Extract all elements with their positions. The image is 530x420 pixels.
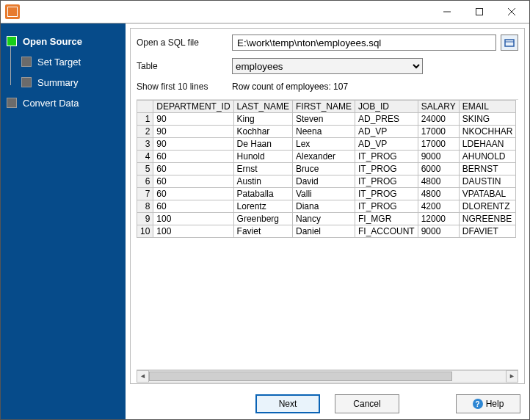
scroll-right-icon[interactable]: ► <box>506 370 518 383</box>
cell: FI_ACCOUNT <box>355 225 418 238</box>
step-status-icon <box>21 77 32 87</box>
step-label: Summary <box>37 77 79 88</box>
open-sql-label: Open a SQL file <box>137 37 232 48</box>
table-row[interactable]: 290KochharNeenaAD_VP17000NKOCHHAR <box>137 126 516 138</box>
cell: Lorentz <box>233 200 292 213</box>
column-header[interactable]: JOB_ID <box>355 101 418 113</box>
column-header[interactable]: LAST_NAME <box>233 101 292 113</box>
sidebar-step-open-source[interactable]: Open Source <box>1 31 126 51</box>
cell: IT_PROG <box>355 163 418 175</box>
cell: AHUNOLD <box>459 151 516 163</box>
table-row[interactable]: 460HunoldAlexanderIT_PROG9000AHUNOLD <box>137 151 516 163</box>
close-icon <box>508 8 515 15</box>
table-row[interactable]: 860LorentzDianaIT_PROG4200DLORENTZ <box>137 200 516 213</box>
cell: Diana <box>292 200 355 213</box>
table-row[interactable]: 190KingStevenAD_PRES24000SKING <box>137 113 516 126</box>
table-label: Table <box>137 61 232 71</box>
cell: 6000 <box>418 163 459 175</box>
show-first-label: Show first 10 lines <box>137 82 232 92</box>
column-header[interactable]: SALARY <box>418 101 459 113</box>
cell: NKOCHHAR <box>459 126 516 138</box>
cell: 24000 <box>418 113 459 126</box>
cell: 60 <box>153 163 233 175</box>
scroll-track[interactable] <box>149 370 506 383</box>
cell: 4800 <box>418 175 459 188</box>
svg-rect-4 <box>505 40 514 46</box>
cell: Bruce <box>292 163 355 175</box>
wizard-sidebar: Open SourceSet TargetSummaryConvert Data <box>1 23 126 419</box>
column-header[interactable]: FIRST_NAME <box>292 101 355 113</box>
cell: NGREENBE <box>459 213 516 225</box>
sidebar-step-set-target[interactable]: Set Target <box>1 51 126 72</box>
column-header[interactable]: DEPARTMENT_ID <box>153 101 233 113</box>
row-number-header <box>137 101 153 113</box>
cell: Greenberg <box>233 213 292 225</box>
cell: 60 <box>153 151 233 163</box>
cell: IT_PROG <box>355 175 418 188</box>
cell: IT_PROG <box>355 188 418 200</box>
table-row[interactable]: 390De HaanLexAD_VP17000LDEHAAN <box>137 138 516 151</box>
minimize-icon <box>443 8 451 15</box>
scroll-thumb[interactable] <box>149 372 452 381</box>
browse-icon <box>504 37 515 48</box>
cell: 12000 <box>418 213 459 225</box>
cell: Alexander <box>292 151 355 163</box>
cell: 90 <box>153 126 233 138</box>
cell: 90 <box>153 138 233 151</box>
titlebar <box>1 1 529 23</box>
cell: AD_VP <box>355 126 418 138</box>
cell: Nancy <box>292 213 355 225</box>
close-button[interactable] <box>495 1 528 22</box>
cell: De Haan <box>233 138 292 151</box>
cancel-button[interactable]: Cancel <box>335 394 399 413</box>
help-label: Help <box>486 399 504 409</box>
scroll-left-icon[interactable]: ◄ <box>137 370 149 383</box>
cell: FI_MGR <box>355 213 418 225</box>
cell: Pataballa <box>233 188 292 200</box>
help-button[interactable]: ? Help <box>456 394 520 413</box>
table-row[interactable]: 10100FavietDanielFI_ACCOUNT9000DFAVIET <box>137 225 516 238</box>
content-panel: Open a SQL file Table employees <box>130 28 525 384</box>
row-number: 8 <box>137 200 153 213</box>
cell: David <box>292 175 355 188</box>
app-icon <box>5 4 20 19</box>
minimize-button[interactable] <box>431 1 463 22</box>
data-table: DEPARTMENT_IDLAST_NAMEFIRST_NAMEJOB_IDSA… <box>137 100 516 238</box>
maximize-button[interactable] <box>463 1 495 22</box>
cell: AD_VP <box>355 138 418 151</box>
row-number: 7 <box>137 188 153 200</box>
step-status-icon <box>21 57 32 67</box>
cell: 60 <box>153 200 233 213</box>
row-count-label: Row count of employees: 107 <box>232 82 348 92</box>
cell: DAUSTIN <box>459 175 516 188</box>
table-select[interactable]: employees <box>232 58 423 74</box>
cell: Valli <box>292 188 355 200</box>
cell: Austin <box>233 175 292 188</box>
step-label: Convert Data <box>23 98 79 109</box>
cell: 100 <box>153 213 233 225</box>
next-button[interactable]: Next <box>255 394 320 413</box>
table-row[interactable]: 760PataballaValliIT_PROG4800VPATABAL <box>137 188 516 200</box>
table-row[interactable]: 560ErnstBruceIT_PROG6000BERNST <box>137 163 516 175</box>
sidebar-step-summary[interactable]: Summary <box>1 72 126 93</box>
cell: King <box>233 113 292 126</box>
data-table-wrap[interactable]: DEPARTMENT_IDLAST_NAMEFIRST_NAMEJOB_IDSA… <box>137 99 518 369</box>
table-row[interactable]: 660AustinDavidIT_PROG4800DAUSTIN <box>137 175 516 188</box>
sql-path-input[interactable] <box>232 35 496 51</box>
cell: DFAVIET <box>459 225 516 238</box>
row-number: 1 <box>137 113 153 126</box>
sidebar-step-convert-data[interactable]: Convert Data <box>1 93 126 113</box>
row-number: 6 <box>137 175 153 188</box>
table-row[interactable]: 9100GreenbergNancyFI_MGR12000NGREENBE <box>137 213 516 225</box>
cell: LDEHAAN <box>459 138 516 151</box>
cell: Hunold <box>233 151 292 163</box>
cell: Steven <box>292 113 355 126</box>
cell: IT_PROG <box>355 151 418 163</box>
row-number: 5 <box>137 163 153 175</box>
browse-button[interactable] <box>501 35 518 51</box>
row-number: 2 <box>137 126 153 138</box>
cell: 60 <box>153 175 233 188</box>
horizontal-scrollbar[interactable]: ◄ ► <box>137 369 518 382</box>
column-header[interactable]: EMAIL <box>459 101 516 113</box>
cell: 60 <box>153 188 233 200</box>
